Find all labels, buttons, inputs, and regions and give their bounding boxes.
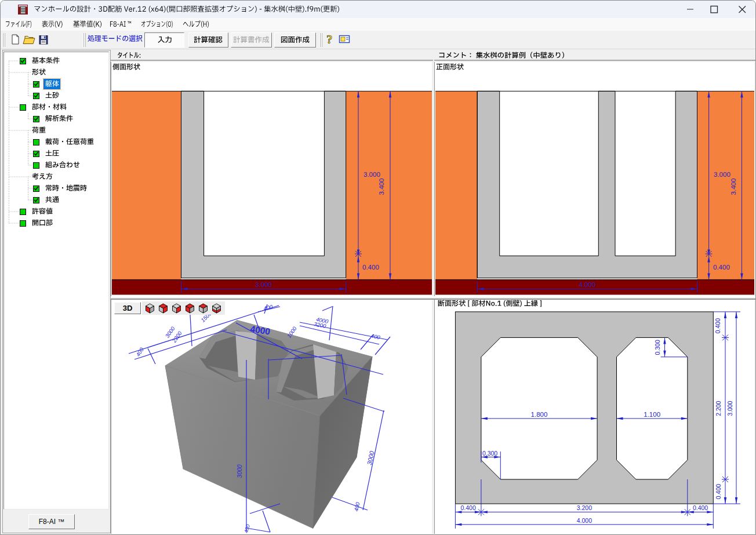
svg-text:3.000: 3.000 (364, 171, 380, 178)
svg-text:0.300: 0.300 (654, 340, 661, 355)
svg-text:1.800: 1.800 (531, 411, 548, 418)
svg-text:0.400: 0.400 (461, 504, 476, 511)
svg-text:3000: 3000 (366, 450, 376, 465)
svg-text:3.000: 3.000 (726, 401, 733, 416)
svg-text:0.300: 0.300 (482, 450, 497, 457)
svg-text:?: ? (326, 33, 333, 46)
svg-text:0.400: 0.400 (713, 264, 730, 271)
svg-text:3000: 3000 (236, 464, 243, 478)
svg-text:0.400: 0.400 (715, 484, 722, 499)
svg-text:3.400: 3.400 (378, 179, 385, 195)
svg-text:400: 400 (263, 303, 273, 311)
svg-text:3.000: 3.000 (714, 171, 730, 178)
svg-text:400: 400 (243, 524, 251, 534)
svg-text:2.200: 2.200 (715, 401, 722, 416)
svg-text:4.000: 4.000 (577, 517, 592, 524)
svg-text:400: 400 (135, 346, 145, 358)
svg-text:1.100: 1.100 (644, 411, 660, 418)
svg-text:400: 400 (353, 501, 361, 512)
svg-text:3.200: 3.200 (577, 504, 592, 511)
svg-text:4.000: 4.000 (579, 281, 596, 288)
svg-text:0.400: 0.400 (362, 264, 379, 271)
svg-text:3.000: 3.000 (255, 281, 272, 288)
svg-text:0.400: 0.400 (693, 504, 708, 511)
svg-text:0.400: 0.400 (714, 318, 721, 333)
svg-text:3.400: 3.400 (730, 179, 737, 195)
